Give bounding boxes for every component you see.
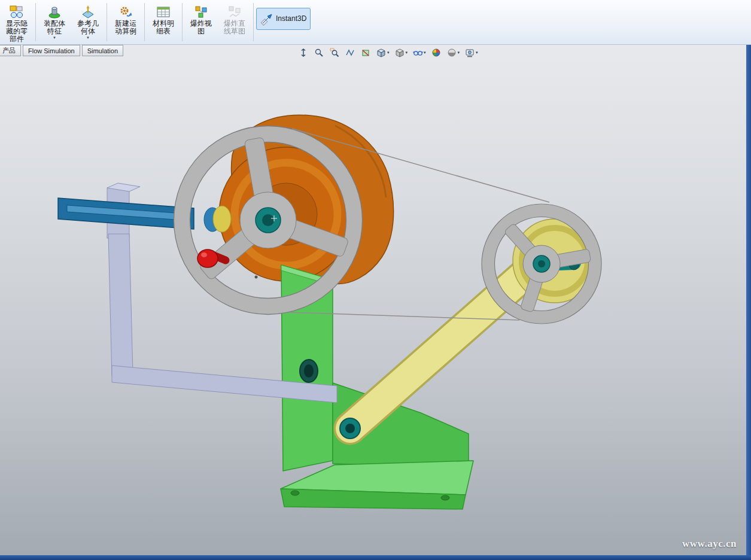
instant3d-label: Instant3D (276, 15, 306, 23)
command-manager-toolbar: 显示隐藏的零部件 装配体特征 ▼ 参考几何体 ▼ 新建运动算例 材料明细表 (0, 0, 751, 45)
exploded-view-label: 爆炸视图 (189, 20, 213, 35)
exploded-view-button[interactable]: 爆炸视图 (185, 2, 217, 37)
reference-geometry-button[interactable]: 参考几何体 ▼ (72, 2, 104, 42)
reference-geometry-label: 参考几何体 (76, 20, 100, 35)
graphics-viewport[interactable]: 产品 Flow Simulation Simulation ▾ ▾ ▾ ▾ (0, 45, 746, 555)
filter-wireframe-icon[interactable] (345, 47, 355, 58)
dropdown-arrow-icon[interactable]: ▾ (387, 50, 390, 55)
tab-flow-simulation[interactable]: Flow Simulation (23, 45, 80, 56)
instant3d-icon (260, 11, 273, 27)
instant3d-button[interactable]: Instant3D (256, 8, 311, 30)
zoom-to-fit-icon[interactable] (314, 47, 324, 58)
toolbar-separator (107, 3, 107, 41)
tab-simulation-label: Simulation (87, 47, 118, 54)
display-style-icon[interactable] (394, 47, 405, 58)
show-hidden-components-icon (9, 4, 25, 20)
window-border-right (746, 45, 751, 560)
window-border-bottom (0, 555, 751, 560)
assembly-features-icon (47, 4, 62, 20)
dropdown-arrow-icon[interactable]: ▼ (53, 36, 56, 40)
apply-scene-icon[interactable] (446, 47, 457, 58)
toolbar-separator (253, 3, 254, 41)
explode-line-sketch-label: 爆炸直线草图 (223, 20, 247, 35)
small-pulley-wheel[interactable] (482, 204, 601, 324)
view-rotate-icon[interactable] (298, 47, 309, 58)
section-view-icon[interactable] (360, 47, 371, 58)
bill-of-materials-button[interactable]: 材料明细表 (147, 2, 180, 37)
model-canvas[interactable] (0, 45, 746, 555)
tab-product-label: 产品 (2, 46, 16, 55)
new-motion-study-icon (118, 4, 133, 20)
heads-up-view-toolbar: ▾ ▾ ▾ ▾ ▾ (298, 47, 478, 58)
explode-line-sketch-icon (227, 4, 242, 20)
view-orientation-icon[interactable] (376, 47, 387, 58)
reference-geometry-icon (81, 4, 95, 20)
assembly-features-label: 装配体特征 (42, 20, 66, 35)
show-hidden-components-button[interactable]: 显示隐藏的零部件 (1, 2, 33, 45)
dropdown-arrow-icon[interactable]: ▾ (406, 50, 408, 55)
hide-show-items-icon[interactable] (412, 47, 423, 58)
explode-line-sketch-button[interactable]: 爆炸直线草图 (218, 2, 251, 37)
vertex-point[interactable] (255, 276, 258, 279)
watermark: www.ayc.cn (682, 538, 737, 550)
new-motion-study-button[interactable]: 新建运动算例 (110, 2, 142, 37)
toolbar-separator (35, 3, 36, 41)
bearing[interactable] (204, 206, 231, 232)
bill-of-materials-label: 材料明细表 (151, 20, 175, 35)
toolbar-separator (182, 3, 183, 41)
view-settings-icon[interactable] (464, 47, 475, 58)
tab-simulation[interactable]: Simulation (82, 45, 123, 56)
dropdown-arrow-icon[interactable]: ▾ (476, 50, 478, 55)
edit-appearance-icon[interactable] (431, 47, 442, 58)
bill-of-materials-icon (156, 4, 171, 20)
tab-product[interactable]: 产品 (0, 45, 21, 56)
exploded-view-icon (194, 4, 208, 20)
dropdown-arrow-icon[interactable]: ▼ (86, 36, 90, 40)
show-hidden-components-label: 显示隐藏的零部件 (5, 20, 29, 43)
new-motion-study-label: 新建运动算例 (114, 20, 138, 35)
dropdown-arrow-icon[interactable]: ▾ (458, 50, 460, 55)
toolbar-separator (144, 3, 145, 41)
solidworks-window: { "toolbar": { "caret": "▼", "buttons": … (0, 0, 751, 560)
assembly-features-button[interactable]: 装配体特征 ▼ (38, 2, 71, 42)
command-manager-tabs: 产品 Flow Simulation Simulation (0, 45, 125, 56)
slotted-link[interactable] (58, 198, 194, 229)
zoom-to-area-icon[interactable] (329, 47, 340, 58)
dropdown-arrow-icon[interactable]: ▾ (424, 50, 426, 55)
tab-flow-simulation-label: Flow Simulation (28, 47, 75, 54)
